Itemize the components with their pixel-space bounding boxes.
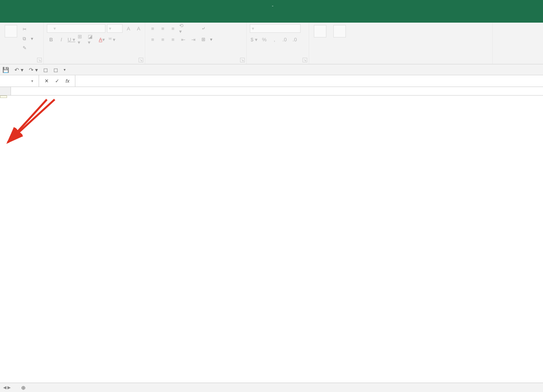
qat-button[interactable]: ◻ xyxy=(53,67,58,73)
currency-button[interactable]: $ ▾ xyxy=(250,35,258,44)
bold-button[interactable]: B xyxy=(47,35,55,44)
paste-button[interactable] xyxy=(3,24,19,39)
font-family-select[interactable]: ▾ xyxy=(47,24,105,33)
svg-line-0 xyxy=(8,99,55,142)
name-box-input[interactable] xyxy=(2,78,30,84)
annotation-arrow xyxy=(0,96,62,150)
redo-button[interactable]: ↷ ▾ xyxy=(29,67,38,73)
cut-button[interactable]: ✂ xyxy=(23,25,33,34)
decrease-decimal-button[interactable]: .0 xyxy=(290,35,299,44)
comma-button[interactable]: , xyxy=(270,35,279,44)
ribbon-group-font: ▾ ▾ A A B I U ▾ ⊞ ▾ ◪ ▾ A ▾ ᵂ ▾ ↘ xyxy=(44,23,145,64)
annotation-arrow xyxy=(0,96,55,150)
ribbon-group-clipboard: ✂ ⧉ ▾ ✎ ↘ xyxy=(0,23,44,64)
increase-decimal-button[interactable]: .0 xyxy=(280,35,289,44)
app-name: - xyxy=(272,3,273,9)
border-button[interactable]: ⊞ ▾ xyxy=(77,35,86,44)
align-bottom-button[interactable]: ≡ xyxy=(169,24,177,33)
merge-center-button[interactable]: ⊞ ▾ xyxy=(201,35,212,44)
table-format-icon xyxy=(333,25,346,37)
dialog-launcher-icon[interactable]: ↘ xyxy=(303,58,307,62)
orientation-button[interactable]: ⟲ ▾ xyxy=(179,24,187,33)
quick-access-toolbar: 💾 ↶ ▾ ↷ ▾ ◻ ◻ ▾ xyxy=(0,64,543,75)
indent-inc-button[interactable]: ⇥ xyxy=(189,35,198,44)
fill-color-button[interactable]: ◪ ▾ xyxy=(87,35,96,44)
group-label xyxy=(148,56,243,64)
formula-bar: ▾ ✕ ✓ fx xyxy=(0,75,543,87)
align-right-button[interactable]: ≡ xyxy=(169,35,177,44)
font-size-select[interactable]: ▾ xyxy=(107,24,123,33)
align-center-button[interactable]: ≡ xyxy=(158,35,167,44)
increase-font-button[interactable]: A xyxy=(124,24,133,33)
autocomplete-tooltip xyxy=(0,96,7,98)
fx-icon[interactable]: fx xyxy=(66,78,69,84)
italic-button[interactable]: I xyxy=(57,35,66,44)
cancel-formula-button[interactable]: ✕ xyxy=(45,78,49,84)
ribbon-group-number: ▾ $ ▾ % , .0 .0 ↘ xyxy=(247,23,309,64)
dialog-launcher-icon[interactable]: ↘ xyxy=(240,58,245,62)
name-box[interactable]: ▾ xyxy=(0,75,39,87)
font-color-button[interactable]: A ▾ xyxy=(98,35,106,44)
copy-button[interactable]: ⧉ ▾ xyxy=(23,34,33,43)
enter-formula-button[interactable]: ✓ xyxy=(55,78,59,84)
chevron-down-icon[interactable]: ▾ xyxy=(31,79,33,83)
underline-button[interactable]: U ▾ xyxy=(67,35,76,44)
save-button[interactable]: 💾 xyxy=(2,67,9,73)
indent-dec-button[interactable]: ⇤ xyxy=(179,35,187,44)
sheet-nav[interactable]: ◀ ▶ xyxy=(3,385,11,390)
select-all-corner[interactable] xyxy=(0,87,11,95)
sheet-tab-bar: ◀ ▶ ⊕ xyxy=(0,383,543,392)
dialog-launcher-icon[interactable]: ↘ xyxy=(37,58,42,62)
add-sheet-button[interactable]: ⊕ xyxy=(16,383,31,392)
format-as-table-button[interactable] xyxy=(332,24,347,39)
wrap-text-button[interactable]: ⤶ xyxy=(201,24,212,33)
align-top-button[interactable]: ≡ xyxy=(148,24,157,33)
undo-button[interactable]: ↶ ▾ xyxy=(14,67,23,73)
ribbon-group-styles xyxy=(309,23,493,64)
cond-format-icon xyxy=(314,25,326,37)
phonetic-button[interactable]: ᵂ ▾ xyxy=(108,35,116,44)
align-left-button[interactable]: ≡ xyxy=(148,35,157,44)
ribbon-tabs xyxy=(0,11,543,23)
svg-line-1 xyxy=(8,99,47,142)
qat-customize-button[interactable]: ▾ xyxy=(64,67,66,72)
title-bar: - xyxy=(0,0,543,11)
dialog-launcher-icon[interactable]: ↘ xyxy=(139,58,143,62)
paste-icon xyxy=(5,25,17,37)
group-label xyxy=(3,56,40,64)
align-middle-button[interactable]: ≡ xyxy=(158,24,167,33)
qat-button[interactable]: ◻ xyxy=(43,67,48,73)
ribbon: ✂ ⧉ ▾ ✎ ↘ ▾ ▾ A A B I U ▾ ⊞ ▾ ◪ ▾ A ▾ xyxy=(0,23,543,64)
conditional-format-button[interactable] xyxy=(312,24,328,39)
column-headers[interactable] xyxy=(0,87,543,96)
number-format-select[interactable]: ▾ xyxy=(250,24,301,33)
decrease-font-button[interactable]: A xyxy=(134,24,143,33)
group-label xyxy=(47,56,142,64)
percent-button[interactable]: % xyxy=(260,35,269,44)
group-label xyxy=(250,56,306,64)
group-label xyxy=(312,56,489,64)
ribbon-group-alignment: ≡ ≡ ≡ ⟲ ▾ ≡ ≡ ≡ ⇤ ⇥ ⤶ ⊞ ▾ ↘ xyxy=(145,23,247,64)
worksheet-area xyxy=(0,87,543,392)
format-painter-button[interactable]: ✎ xyxy=(23,44,33,52)
